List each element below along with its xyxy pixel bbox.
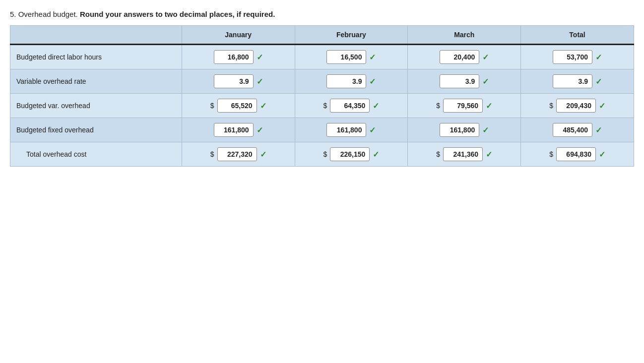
check-icon: ✓ (369, 77, 376, 86)
cell-content: $241,360✓ (412, 147, 516, 161)
header-label-col (10, 26, 182, 45)
value-input[interactable]: 161,800 (440, 123, 479, 137)
cell-content: 3.9✓ (412, 74, 516, 88)
cell-content: $209,430✓ (525, 99, 630, 113)
cell-total: $209,430✓ (521, 94, 634, 118)
table-row: Budgeted direct labor hours16,800✓16,500… (10, 45, 634, 69)
header-march: March (408, 26, 521, 45)
check-icon: ✓ (257, 53, 263, 62)
row-label: Budgeted direct labor hours (16, 53, 102, 61)
check-icon: ✓ (257, 77, 263, 86)
check-icon: ✓ (595, 77, 602, 86)
row-label-cell: Budgeted fixed overhead (10, 118, 182, 142)
value-input[interactable]: 694,830 (556, 147, 596, 161)
header-february: February (295, 26, 408, 45)
cell-content: 3.9✓ (299, 74, 404, 88)
row-label-cell: Budgeted direct labor hours (10, 45, 182, 69)
dollar-sign: $ (436, 150, 440, 158)
cell-march: 20,400✓ (408, 45, 521, 69)
value-input[interactable]: 16,800 (214, 50, 254, 64)
check-icon: ✓ (599, 101, 605, 111)
cell-content: 3.9✓ (186, 74, 291, 88)
check-icon: ✓ (482, 125, 489, 135)
row-label: Budgeted var. overhead (16, 102, 90, 110)
cell-march: $241,360✓ (408, 142, 521, 167)
cell-content: 161,800✓ (186, 123, 291, 137)
budget-table: January February March Total Budgeted di… (10, 25, 634, 167)
value-input[interactable]: 3.9 (553, 74, 592, 88)
table-row: Variable overhead rate3.9✓3.9✓3.9✓3.9✓ (10, 69, 634, 94)
question-header: 5. Overhead budget. Round your answers t… (10, 10, 634, 18)
cell-february: 16,500✓ (295, 45, 408, 69)
value-input[interactable]: 209,430 (556, 99, 596, 113)
table-header-row: January February March Total (10, 26, 634, 45)
dollar-sign: $ (210, 102, 214, 110)
table-row: Total overhead cost$227,320✓$226,150✓$24… (10, 142, 634, 167)
value-input[interactable]: 226,150 (330, 147, 370, 161)
header-total: Total (521, 26, 634, 45)
check-icon: ✓ (595, 125, 602, 135)
check-icon: ✓ (369, 125, 376, 135)
cell-content: $227,320✓ (186, 147, 291, 161)
value-input[interactable]: 3.9 (326, 74, 366, 88)
row-label: Budgeted fixed overhead (16, 126, 94, 134)
value-input[interactable]: 227,320 (217, 147, 257, 161)
cell-total: 53,700✓ (521, 45, 634, 69)
value-input[interactable]: 241,360 (443, 147, 483, 161)
dollar-sign: $ (323, 150, 327, 158)
dollar-sign: $ (210, 150, 214, 158)
cell-total: $694,830✓ (521, 142, 634, 167)
question-number: 5. (10, 10, 16, 18)
check-icon: ✓ (599, 150, 605, 159)
value-input[interactable]: 485,400 (553, 123, 592, 137)
check-icon: ✓ (257, 125, 263, 135)
check-icon: ✓ (260, 150, 266, 159)
cell-content: $79,560✓ (412, 99, 516, 113)
value-input[interactable]: 16,500 (326, 50, 366, 64)
value-input[interactable]: 79,560 (443, 99, 483, 113)
question-text-main: Overhead budget. (18, 10, 78, 18)
check-icon: ✓ (486, 101, 492, 111)
value-input[interactable]: 53,700 (553, 50, 592, 64)
cell-february: 161,800✓ (295, 118, 408, 142)
check-icon: ✓ (482, 77, 489, 86)
cell-content: $64,350✓ (299, 99, 404, 113)
cell-march: 161,800✓ (408, 118, 521, 142)
cell-content: 16,800✓ (186, 50, 291, 64)
table-row: Budgeted fixed overhead161,800✓161,800✓1… (10, 118, 634, 142)
value-input[interactable]: 64,350 (330, 99, 370, 113)
cell-content: $65,520✓ (186, 99, 291, 113)
cell-content: 3.9✓ (525, 74, 630, 88)
cell-total: 485,400✓ (521, 118, 634, 142)
row-label-cell: Variable overhead rate (10, 69, 182, 94)
check-icon: ✓ (260, 101, 266, 111)
check-icon: ✓ (486, 150, 492, 159)
cell-total: 3.9✓ (521, 69, 634, 94)
cell-content: 16,500✓ (299, 50, 404, 64)
row-label: Total overhead cost (16, 150, 86, 158)
value-input[interactable]: 3.9 (440, 74, 479, 88)
value-input[interactable]: 20,400 (440, 50, 479, 64)
cell-march: 3.9✓ (408, 69, 521, 94)
dollar-sign: $ (549, 150, 553, 158)
cell-content: 161,800✓ (412, 123, 516, 137)
row-label-cell: Total overhead cost (10, 142, 182, 167)
value-input[interactable]: 3.9 (214, 74, 254, 88)
check-icon: ✓ (369, 53, 376, 62)
cell-january: $65,520✓ (182, 94, 295, 118)
cell-content: 20,400✓ (412, 50, 516, 64)
cell-february: $226,150✓ (295, 142, 408, 167)
value-input[interactable]: 65,520 (217, 99, 257, 113)
cell-content: 485,400✓ (525, 123, 630, 137)
question-instruction: Round your answers to two decimal places… (80, 10, 275, 18)
row-label: Variable overhead rate (16, 77, 86, 85)
dollar-sign: $ (323, 102, 327, 110)
value-input[interactable]: 161,800 (214, 123, 254, 137)
dollar-sign: $ (549, 102, 553, 110)
check-icon: ✓ (595, 53, 602, 62)
dollar-sign: $ (436, 102, 440, 110)
value-input[interactable]: 161,800 (326, 123, 366, 137)
cell-january: 3.9✓ (182, 69, 295, 94)
table-row: Budgeted var. overhead$65,520✓$64,350✓$7… (10, 94, 634, 118)
cell-january: 161,800✓ (182, 118, 295, 142)
